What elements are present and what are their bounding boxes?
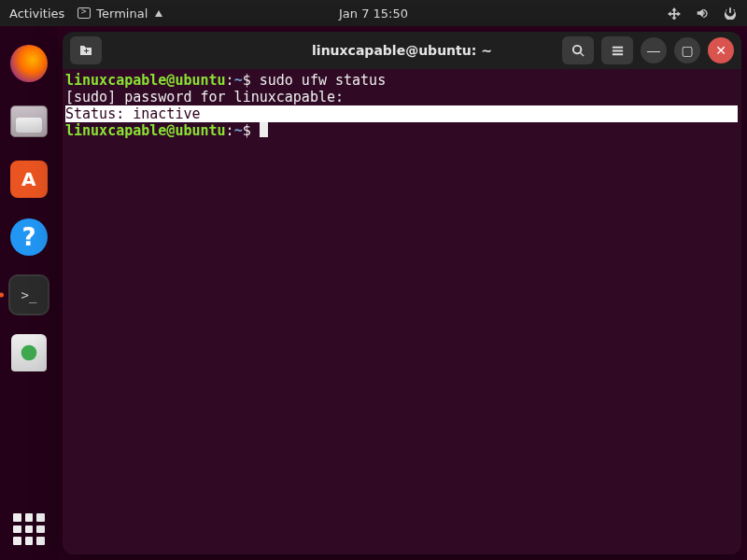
clock[interactable]: Jan 7 15:50 (339, 7, 408, 21)
cursor (260, 122, 268, 137)
network-icon[interactable] (667, 6, 682, 21)
maximize-icon: ▢ (681, 44, 693, 57)
trash-icon (11, 334, 47, 371)
workspace: ? >_ linuxcapable@ubuntu: ~ (0, 26, 747, 560)
new-tab-icon (78, 43, 93, 58)
volume-icon[interactable] (695, 6, 710, 21)
maximize-button[interactable]: ▢ (674, 37, 700, 63)
terminal-app-icon: >_ (10, 276, 48, 314)
close-icon: ✕ (715, 44, 726, 57)
terminal-output[interactable]: linuxcapable@ubuntu:~$ sudo ufw status [… (63, 69, 741, 554)
app-menu-label: Terminal (96, 7, 148, 21)
output-line: [sudo] password for linuxcapable: (65, 89, 344, 105)
new-tab-button[interactable] (70, 36, 102, 64)
close-button[interactable]: ✕ (708, 37, 734, 63)
software-icon (10, 161, 48, 198)
window-titlebar[interactable]: linuxcapable@ubuntu: ~ ― ▢ ✕ (63, 32, 741, 69)
prompt-user: linuxcapable@ubuntu (65, 122, 226, 139)
hamburger-menu-button[interactable] (601, 36, 633, 64)
dock-item-trash[interactable] (8, 332, 49, 373)
command-text: sudo ufw status (260, 72, 386, 89)
terminal-indicator-icon (78, 7, 91, 19)
power-icon[interactable] (723, 6, 738, 21)
files-icon (10, 105, 48, 137)
top-panel: Activities Terminal Jan 7 15:50 (0, 0, 747, 26)
dock-item-software[interactable] (8, 159, 49, 200)
prompt-symbol: $ (243, 122, 260, 139)
search-button[interactable] (562, 36, 594, 64)
minimize-icon: ― (647, 44, 660, 57)
search-icon (571, 44, 585, 58)
prompt-colon: : (226, 122, 234, 139)
dock-item-firefox[interactable] (8, 43, 49, 84)
dock-item-files[interactable] (8, 101, 49, 142)
dock-item-terminal[interactable]: >_ (8, 274, 49, 315)
dock: ? >_ (0, 26, 58, 560)
desktop: linuxcapable@ubuntu: ~ ― ▢ ✕ linuxcapabl… (58, 26, 747, 560)
prompt-user: linuxcapable@ubuntu (65, 72, 226, 89)
dock-item-help[interactable]: ? (8, 217, 49, 258)
terminal-window: linuxcapable@ubuntu: ~ ― ▢ ✕ linuxcapabl… (63, 32, 741, 554)
show-applications-button[interactable] (13, 513, 45, 545)
prompt-symbol: $ (243, 72, 260, 89)
minimize-button[interactable]: ― (641, 37, 667, 63)
prompt-colon: : (226, 72, 234, 89)
chevron-down-icon (155, 10, 162, 17)
firefox-icon (10, 45, 48, 82)
prompt-path: ~ (234, 122, 243, 139)
hamburger-icon (611, 44, 625, 58)
app-menu[interactable]: Terminal (78, 7, 162, 21)
activities-button[interactable]: Activities (9, 7, 64, 21)
help-icon: ? (10, 218, 48, 256)
prompt-path: ~ (234, 72, 243, 89)
window-title: linuxcapable@ubuntu: ~ (312, 43, 492, 58)
output-line-highlighted: Status: inactive (65, 105, 738, 122)
